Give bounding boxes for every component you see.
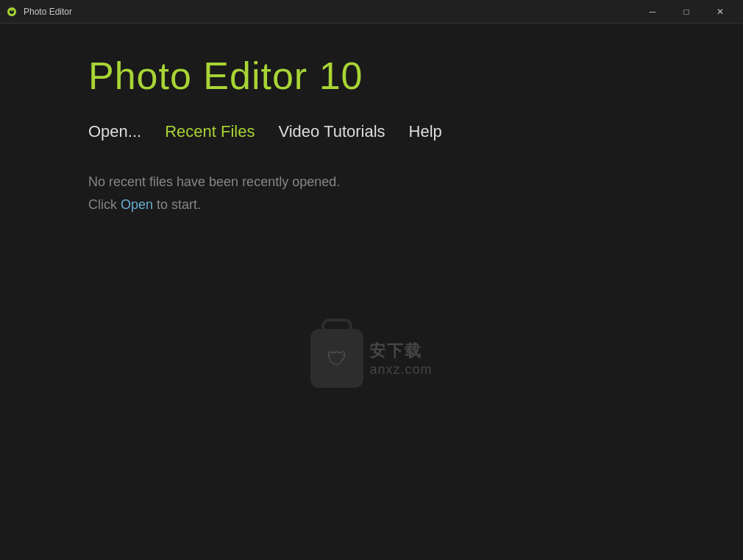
watermark-area: 🛡 安下载 anxz.com xyxy=(88,187,655,531)
close-button[interactable]: ✕ xyxy=(703,0,737,24)
minimize-button[interactable]: ─ xyxy=(636,0,669,24)
watermark-en: anxz.com xyxy=(369,362,432,378)
nav-menu: Open... Recent Files Video Tutorials Hel… xyxy=(88,122,655,141)
nav-open[interactable]: Open... xyxy=(88,122,141,141)
maximize-button[interactable]: □ xyxy=(669,0,703,24)
svg-point-2 xyxy=(11,9,13,10)
title-bar-title: Photo Editor xyxy=(24,7,72,17)
app-title: Photo Editor 10 xyxy=(88,53,655,99)
nav-video-tutorials[interactable]: Video Tutorials xyxy=(278,122,385,141)
watermark-shield-icon: 🛡 xyxy=(327,347,347,371)
watermark-zh: 安下载 xyxy=(369,340,432,362)
main-content: Photo Editor 10 Open... Recent Files Vid… xyxy=(0,24,743,560)
watermark-text: 安下载 anxz.com xyxy=(369,340,432,378)
watermark: 🛡 安下载 anxz.com xyxy=(310,329,432,388)
title-bar-left: Photo Editor xyxy=(6,6,72,18)
title-bar: Photo Editor ─ □ ✕ xyxy=(0,0,743,24)
watermark-bag-icon: 🛡 xyxy=(310,329,363,388)
title-bar-controls: ─ □ ✕ xyxy=(636,0,737,24)
nav-recent-files[interactable]: Recent Files xyxy=(165,122,255,141)
nav-help[interactable]: Help xyxy=(409,122,442,141)
app-icon xyxy=(6,6,18,18)
